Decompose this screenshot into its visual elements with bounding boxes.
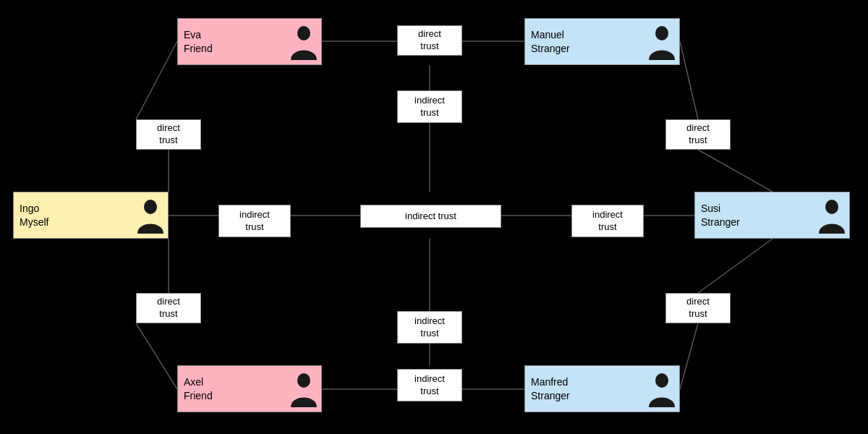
avatar-manfred	[644, 367, 679, 411]
svg-line-4	[136, 41, 177, 119]
svg-point-23	[825, 200, 838, 214]
svg-point-21	[655, 26, 668, 41]
node-label-susi: Susi Stranger	[695, 197, 814, 232]
trust-box-it_center_mid: indirect trust	[360, 205, 501, 228]
node-susi: Susi Stranger	[694, 192, 850, 239]
trust-box-it_susi_left: indirect trust	[571, 205, 644, 237]
svg-point-24	[297, 373, 310, 388]
svg-point-22	[144, 200, 157, 214]
trust-box-dt_axel_left: direct trust	[136, 293, 201, 323]
trust-box-it_ingo_right: indirect trust	[218, 205, 291, 237]
node-label-manuel: Manuel Stranger	[525, 24, 644, 59]
node-manfred: Manfred Stranger	[524, 365, 680, 412]
svg-line-14	[680, 323, 698, 389]
trust-box-dt_ingo_left: direct trust	[136, 119, 201, 150]
node-label-eva: Eva Friend	[178, 24, 286, 59]
svg-line-12	[136, 323, 177, 389]
node-eva: Eva Friend	[177, 18, 322, 65]
node-label-axel: Axel Friend	[178, 371, 286, 406]
svg-point-25	[655, 373, 668, 388]
trust-box-it_axel_mid: indirect trust	[397, 369, 462, 401]
svg-line-7	[698, 150, 773, 192]
node-label-ingo: Ingo Myself	[14, 197, 133, 232]
trust-box-dt_eva_mid: direct trust	[397, 25, 462, 56]
node-label-manfred: Manfred Stranger	[525, 371, 644, 406]
avatar-ingo	[133, 194, 168, 237]
trust-box-it_center_top: indirect trust	[397, 90, 462, 123]
node-ingo: Ingo Myself	[13, 192, 169, 239]
svg-point-20	[297, 26, 310, 41]
avatar-susi	[814, 194, 849, 237]
node-manuel: Manuel Stranger	[524, 18, 680, 65]
svg-line-6	[680, 41, 698, 119]
svg-line-15	[698, 239, 773, 293]
avatar-eva	[286, 20, 321, 64]
trust-box-dt_manfred_right: direct trust	[665, 293, 731, 323]
node-axel: Axel Friend	[177, 365, 322, 412]
trust-box-it_center_bot: indirect trust	[397, 311, 462, 344]
avatar-axel	[286, 367, 321, 411]
trust-box-dt_manuel_right: direct trust	[665, 119, 731, 150]
avatar-manuel	[644, 20, 679, 64]
